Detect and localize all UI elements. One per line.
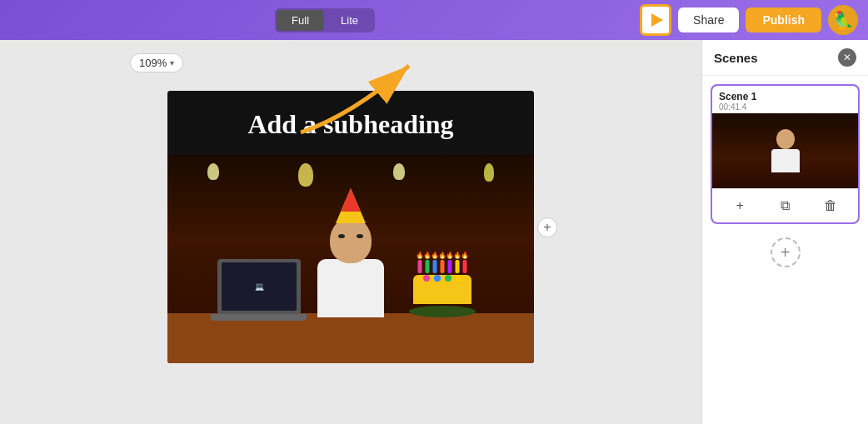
share-button[interactable]: Share xyxy=(678,7,739,32)
eye-left xyxy=(338,234,345,238)
lite-toggle-button[interactable]: Lite xyxy=(326,10,373,31)
light-3 xyxy=(393,163,405,180)
candle-2 xyxy=(426,260,430,273)
add-element-button[interactable]: + xyxy=(537,217,557,237)
cake-dots xyxy=(413,275,471,282)
scenes-list: Scene 1 00:41.4 + ⧉ xyxy=(702,76,868,424)
thumbnail-person xyxy=(771,129,800,172)
laptop-screen: 💻 xyxy=(222,262,297,311)
person-body xyxy=(317,259,384,317)
play-button[interactable] xyxy=(640,4,671,36)
cake-stand xyxy=(409,306,476,317)
zoom-control[interactable]: 109% ▾ xyxy=(130,53,183,72)
dot-4 xyxy=(456,275,462,282)
dot-1 xyxy=(423,275,430,282)
scene-1-title: Scene 1 xyxy=(719,91,851,102)
thumbnail-head xyxy=(776,129,795,149)
scene-card-1[interactable]: Scene 1 00:41.4 + ⧉ xyxy=(711,84,860,224)
add-scene-container: + xyxy=(711,232,860,272)
header-right: Share Publish 🦜 xyxy=(640,4,858,36)
lights xyxy=(167,163,534,187)
candle-7 xyxy=(463,260,467,273)
slide-container: Add a subheading xyxy=(167,91,534,363)
header-center: Full Lite xyxy=(275,8,375,32)
plus-icon: + xyxy=(781,243,791,262)
cake-body xyxy=(413,275,471,304)
scenes-header: Scenes ✕ xyxy=(702,40,868,76)
cake xyxy=(409,265,476,317)
slide-image: 💻 xyxy=(167,155,534,363)
scene-delete-button[interactable]: 🗑 xyxy=(819,194,842,217)
publish-button[interactable]: Publish xyxy=(746,7,821,32)
candle-6 xyxy=(456,260,460,273)
trash-icon: 🗑 xyxy=(824,198,837,213)
avatar[interactable]: 🦜 xyxy=(828,5,858,35)
canvas-area: 109% ▾ Add a subheading xyxy=(0,40,701,424)
candle-3 xyxy=(433,260,437,273)
thumbnail-body xyxy=(771,149,800,172)
scene-duplicate-button[interactable]: ⧉ xyxy=(773,194,796,217)
candle-1 xyxy=(418,260,422,273)
plus-icon: + xyxy=(543,220,551,235)
eye-right xyxy=(357,234,363,238)
scene-card-1-thumbnail xyxy=(712,113,858,188)
play-icon xyxy=(651,13,663,27)
chevron-down-icon: ▾ xyxy=(170,58,174,67)
laptop: 💻 xyxy=(217,259,301,317)
add-scene-button[interactable]: + xyxy=(771,237,801,267)
scene-card-1-header: Scene 1 00:41.4 xyxy=(712,86,858,113)
close-icon: ✕ xyxy=(843,52,851,63)
table xyxy=(167,313,534,363)
view-toggle-group: Full Lite xyxy=(275,8,375,32)
full-toggle-button[interactable]: Full xyxy=(277,10,324,31)
main-area: 109% ▾ Add a subheading xyxy=(0,40,868,424)
scene-1-duration: 00:41.4 xyxy=(719,102,851,112)
copy-icon: ⧉ xyxy=(781,198,790,213)
scenes-panel-title: Scenes xyxy=(714,51,758,65)
light-4 xyxy=(484,163,494,182)
header: Full Lite Share Publish 🦜 xyxy=(0,0,868,40)
plus-icon: + xyxy=(736,198,743,213)
laptop-base xyxy=(211,314,307,321)
person xyxy=(317,217,384,317)
scenes-close-button[interactable]: ✕ xyxy=(838,48,856,67)
light-1 xyxy=(207,163,219,180)
scene-background: 💻 xyxy=(167,155,534,363)
dot-2 xyxy=(434,275,441,282)
party-hat xyxy=(336,188,366,223)
scene-add-button[interactable]: + xyxy=(728,194,751,217)
light-2 xyxy=(298,163,313,187)
zoom-level: 109% xyxy=(139,57,167,69)
person-head xyxy=(330,217,372,263)
laptop-screen-text: 💻 xyxy=(255,282,264,291)
candle-4 xyxy=(441,260,445,273)
thumbnail-bg xyxy=(712,113,858,188)
slide-title: Add a subheading xyxy=(167,91,534,155)
scene-card-1-actions: + ⧉ 🗑 xyxy=(712,188,858,222)
candle-5 xyxy=(448,260,452,273)
candles xyxy=(418,260,467,273)
dot-3 xyxy=(445,275,451,282)
scenes-panel: Scenes ✕ Scene 1 00:41.4 xyxy=(701,40,868,424)
